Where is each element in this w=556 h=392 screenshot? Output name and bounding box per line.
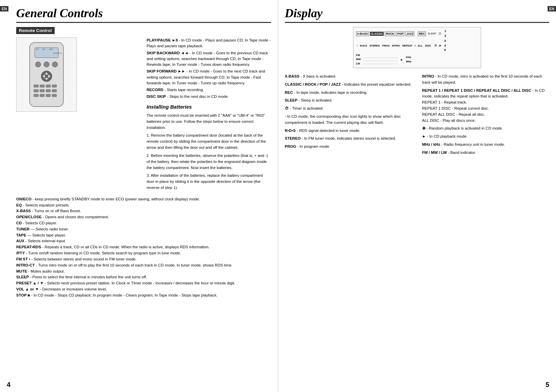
instruction-step: 1. Remove the battery compartment door (…: [147, 133, 271, 150]
remote-desc-item: SLEEP - Press to select the time interva…: [16, 274, 271, 280]
svg-point-4: [52, 62, 58, 67]
remote-desc-item: TAPE — Selects tape player.: [16, 232, 271, 239]
dp-play-2: ►: [400, 58, 403, 61]
dp-freq-seg: [375, 55, 380, 58]
right-page-title: Display: [285, 6, 550, 23]
dp-classic: CLASSIC: [370, 32, 384, 36]
remote-desc-item: CD - Selects CD player.: [16, 220, 271, 226]
dp-freq-seg: [369, 58, 375, 61]
dp-sleep: SLEEP: [428, 32, 436, 35]
dp-freq-seg: [392, 55, 398, 58]
right-col-control-item: SKIP FORWARD ►► - In CD mode - Goes to t…: [147, 68, 271, 86]
remote-desc-item: TUNER — Selects radio tuner.: [16, 226, 271, 232]
instructions-title: Installing Batteries: [147, 103, 271, 111]
remote-desc-item: X-BASS - Turns on or off Bass Boost.: [16, 208, 271, 214]
dp-freq-seg: [392, 58, 398, 61]
dp-xbass: X-BASS: [356, 31, 369, 36]
display-desc-item-left: SLEEP - Sleep is activated.: [285, 97, 412, 104]
right-col-controls: PLAY/PAUSE ►II - In CD mode - Plays and …: [147, 37, 271, 100]
right-page: EN Display X-BASS CLASSIC ROCK POP JAZZ …: [278, 0, 556, 392]
dp-freq-seg: [375, 61, 380, 64]
en-badge-left: EN: [0, 6, 8, 11]
dp-freq-seg: [375, 58, 380, 61]
remote-desc-item: PRESET ▲ / ▼ - Selects next/ previous pr…: [16, 280, 271, 286]
page-number-left: 4: [7, 381, 10, 389]
svg-rect-21: [52, 94, 57, 97]
dp-settings-icon: ⚙: [434, 44, 437, 47]
remote-desc-item: /PTY - Turns on/off random listening in …: [16, 250, 271, 256]
remote-desc-item: MUTE - Mutes audio output.: [16, 269, 271, 275]
remote-left-col: CD ON ECO REPEAT•RDS: [16, 37, 141, 193]
dp-stereo: STEREO: [370, 44, 380, 47]
left-page-title: General Controls: [16, 6, 271, 23]
svg-point-2: [35, 62, 41, 67]
instructions-steps: 1. Remove the battery compartment door (…: [147, 133, 271, 191]
remote-image-box: CD ON ECO REPEAT•RDS: [16, 37, 77, 112]
desc-col-right: INTRO - In CD mode, intro is activated s…: [422, 74, 549, 158]
svg-rect-15: [40, 89, 45, 92]
dp-i: I: [415, 44, 415, 47]
instructions-intro: The remote control must be inserted with…: [147, 113, 271, 131]
remote-desc-item: STOP ■ - In CD mode - Stops CD playback;…: [16, 292, 271, 299]
remote-desc-item: VOL ▲ or ▼ - Decreases or Increases volu…: [16, 286, 271, 292]
dp-clock-icon: ⏱: [438, 32, 441, 35]
right-col-control-item: SKIP BACKWARD ◄◄ - In CD mode - Goes to …: [147, 50, 271, 68]
remote-control-section-header: Remote Control: [16, 27, 55, 34]
dp-freq-area: [363, 55, 398, 64]
page-container: EN General Controls Remote Control: [0, 0, 556, 392]
svg-rect-20: [46, 94, 51, 97]
display-desc-item-right: MHz / kHz - Radio frequency unit in tune…: [422, 142, 549, 148]
dp-intro: INTRO: [392, 44, 400, 47]
right-col-control-item: RECORD - Starts tape recording.: [147, 87, 271, 93]
dp-freq-seg: [392, 61, 398, 64]
display-desc-item-left: - In CD mode, the corresponding disc ico…: [285, 114, 412, 126]
instruction-step: 2. Before inserting the batteries, obser…: [147, 153, 271, 171]
dp-freq-seg: [386, 58, 392, 61]
svg-rect-12: [46, 85, 51, 87]
page-number-right: 5: [546, 381, 549, 389]
dp-prog: PROG: [382, 44, 390, 47]
display-desc-item-left: ⏱ - Timer is activated.: [285, 106, 412, 112]
dp-jazz: JAZZ: [405, 31, 414, 36]
svg-text:REPEAT•RDS: REPEAT•RDS: [53, 52, 62, 54]
dp-row3: FMMWLW: [356, 53, 478, 66]
remote-svg: CD ON ECO REPEAT•RDS: [20, 41, 74, 108]
display-desc-item-right: ⊛ - Random playback is activated in CD m…: [422, 125, 549, 132]
remote-desc-item: REPEAT•RDS - Repeats a track, CD or all …: [16, 244, 271, 250]
svg-rect-10: [34, 85, 38, 87]
svg-text:ON: ON: [42, 48, 45, 50]
svg-rect-18: [34, 94, 38, 97]
dp-freq-seg: [369, 61, 375, 64]
dp-freq-seg: [363, 61, 369, 64]
svg-text:CD: CD: [36, 48, 39, 50]
dp-khzmhz: KHzMHz: [406, 55, 411, 64]
dp-nums-2: 345: [444, 39, 446, 53]
svg-rect-14: [34, 89, 38, 92]
dp-disc: DISC: [425, 44, 431, 47]
remote-desc-right: PLAY/PAUSE ►II - In CD mode - Plays and …: [147, 37, 271, 191]
dp-rec: REC: [418, 31, 426, 36]
dp-freq-seg: [369, 55, 375, 58]
dp-rock: ROCK: [385, 31, 395, 36]
display-desc-item-left: R•D•S - RDS signal detected in tuner mod…: [285, 128, 412, 134]
dp-row1-labels: X-BASS CLASSIC ROCK POP JAZZ REC SLEEP ⏱…: [356, 29, 478, 38]
svg-rect-16: [46, 89, 51, 92]
svg-rect-19: [40, 94, 45, 97]
remote-control-top-row: CD ON ECO REPEAT•RDS PLAY/PAUSE ►II - In…: [16, 37, 271, 193]
display-desc-item-left: REC - In tape mode, indicates tape is re…: [285, 90, 412, 96]
display-desc-item-left: STEREO - In FM tuner mode, indicates ste…: [285, 136, 412, 142]
en-badge-right: EN: [548, 6, 556, 11]
svg-rect-17: [52, 89, 57, 92]
dp-pop: POP: [396, 31, 404, 36]
dp-freq-seg: [363, 55, 369, 58]
svg-point-3: [44, 62, 49, 67]
dp-rds-label: R•D•S: [360, 44, 367, 47]
display-desc-item-right: INTRO - In CD mode, intro is activated s…: [422, 74, 549, 86]
dp-freq-seg: [381, 55, 386, 58]
display-desc-item-right: FM / MW / LW - Band indicator.: [422, 150, 549, 156]
display-desc-item-left: X-BASS - X bass is activated.: [285, 74, 412, 80]
remote-desc-item: OPEN/CLOSE - Opens and closes disc compa…: [16, 214, 271, 220]
dp-freq-line-2: [363, 58, 398, 61]
remote-desc-item: EQ - Selects equalizer presets.: [16, 202, 271, 208]
remote-desc-item: INTRO-CT - Turns intro mode on or off to…: [16, 262, 271, 269]
